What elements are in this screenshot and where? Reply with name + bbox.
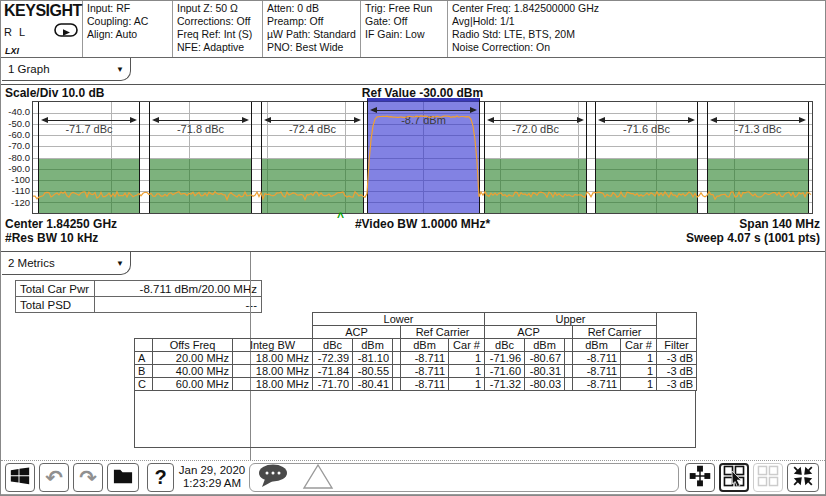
- y-tick-label: -80.0: [3, 153, 30, 163]
- acp-group-lower: Lower: [313, 313, 485, 326]
- y-tick-label: -40.0: [3, 107, 30, 117]
- acp-cell: [135, 313, 313, 326]
- acp-row-C: C60.00 MHz18.00 MHz-71.70-80.41-8.7111-7…: [135, 378, 697, 391]
- keysight-logo: KEYSIGHT: [4, 2, 79, 20]
- status-message-bar[interactable]: [249, 463, 679, 492]
- acp-value: -8.711: [401, 352, 449, 365]
- spectrum-plot[interactable]: -71.7 dBc-71.8 dBc-72.4 dBc-72.0 dBc-71.…: [32, 101, 813, 214]
- acp-col-head: Offs Freq: [153, 339, 233, 352]
- acp-value: -72.39: [313, 352, 353, 365]
- y-tick-label: -90.0: [3, 164, 30, 174]
- header-info-column-5: Center Freq: 1.842500000 GHzAvg|Hold: 1/…: [448, 1, 826, 57]
- time-text: 1:23:29 AM: [178, 477, 246, 490]
- windows-start-button[interactable]: [5, 463, 35, 492]
- acp-value: -3 dB: [657, 365, 697, 378]
- help-icon: ?: [154, 466, 166, 489]
- acp-value: [565, 352, 573, 365]
- acp-subhead: ACP: [485, 326, 573, 339]
- acp-value: -8.711: [401, 365, 449, 378]
- sweep-time[interactable]: Sweep 4.07 s (1001 pts): [686, 231, 820, 245]
- collapse-fullscreen-button[interactable]: [787, 463, 819, 492]
- header-info-line: Radio Std: LTE, BTS, 20M: [452, 28, 823, 41]
- header-info-line: Coupling: AC: [87, 15, 168, 28]
- metrics-view-selector[interactable]: 2 Metrics ▼: [2, 252, 131, 275]
- acp-row-id: C: [135, 378, 153, 391]
- acp-subhead: ACP: [313, 326, 401, 339]
- header-info-column-3: Atten: 0 dBPreamp: OffµW Path: StandardP…: [263, 1, 361, 57]
- redo-icon: ↷: [79, 468, 97, 488]
- header-info-line: Input Z: 50 Ω: [177, 2, 258, 15]
- acp-subhead: Ref Carrier: [401, 326, 485, 339]
- acp-value: 1: [449, 378, 485, 391]
- status-header: KEYSIGHT R L LXI Input: RFCoupling: ACAl…: [1, 1, 826, 58]
- help-button[interactable]: ?: [147, 463, 174, 492]
- acp-col-head: Integ BW: [233, 339, 313, 352]
- continuous-sweep-icon: [53, 22, 79, 42]
- res-bw[interactable]: #Res BW 10 kHz: [5, 231, 98, 245]
- chevron-down-icon: ▼: [116, 259, 124, 268]
- metric-label: Total Car Pwr: [16, 281, 95, 297]
- acp-value: 1: [449, 352, 485, 365]
- acp-col-head: [565, 339, 573, 352]
- metrics-row: Total Car Pwr-8.711 dBm/20.00 MHz: [16, 281, 262, 297]
- chevron-down-icon: ▼: [116, 65, 124, 74]
- hand-on-windows-icon: [723, 465, 745, 491]
- acp-value: -8.711: [573, 352, 621, 365]
- acp-value: -80.31: [525, 365, 565, 378]
- acp-col-head: [135, 339, 153, 352]
- header-info-line: Gate: Off: [365, 15, 443, 28]
- instrument-screen: KEYSIGHT R L LXI Input: RFCoupling: ACAl…: [0, 0, 826, 496]
- y-tick-label: -110: [3, 186, 30, 196]
- acp-value: 1: [621, 365, 657, 378]
- touch-arrange-button[interactable]: [719, 463, 749, 492]
- acp-cell: [135, 326, 313, 339]
- acp-row-id: A: [135, 352, 153, 365]
- acp-group-upper: Upper: [485, 313, 657, 326]
- acp-value: -71.96: [485, 352, 525, 365]
- center-marker-icon: ^: [337, 210, 344, 224]
- acp-value: -8.711: [573, 365, 621, 378]
- acp-header-row: Offs FreqInteg BWdBcdBmdBmCar #dBcdBmdBm…: [135, 339, 697, 352]
- redo-button[interactable]: ↷: [73, 463, 103, 492]
- y-tick-label: -60.0: [3, 130, 30, 140]
- graph-view-selector[interactable]: 1 Graph ▼: [2, 58, 131, 81]
- window-grid-button: [753, 463, 783, 492]
- acp-value: -80.03: [525, 378, 565, 391]
- acp-value: -80.41: [353, 378, 393, 391]
- metric-value: ---: [95, 297, 262, 313]
- clock: Jan 29, 2020 1:23:29 AM: [178, 464, 246, 490]
- acp-col-head: dBc: [485, 339, 525, 352]
- acp-row-id: B: [135, 365, 153, 378]
- folder-icon: [112, 466, 134, 490]
- sequence-view-button[interactable]: [685, 463, 715, 492]
- header-info-line: µW Path: Standard: [267, 28, 356, 41]
- y-tick-label: -50.0: [3, 119, 30, 129]
- acp-value: 1: [621, 378, 657, 391]
- header-info-line: Center Freq: 1.842500000 GHz: [452, 2, 823, 15]
- metrics-table: Total Car Pwr-8.711 dBm/20.00 MHzTotal P…: [15, 280, 262, 313]
- header-info-line: Noise Correction: On: [452, 41, 823, 54]
- span[interactable]: Span 140 MHz: [739, 217, 820, 231]
- acp-value: -71.60: [485, 365, 525, 378]
- video-bw[interactable]: #Video BW 1.0000 MHz*: [32, 217, 813, 231]
- brand-panel: KEYSIGHT R L LXI: [1, 1, 83, 57]
- header-info-line: Input: RF: [87, 2, 168, 15]
- acp-value: 40.00 MHz: [153, 365, 233, 378]
- acp-col-head: Filter: [657, 339, 697, 352]
- section-divider: [1, 84, 826, 85]
- acp-value: [393, 352, 401, 365]
- acp-row-B: B40.00 MHz18.00 MHz-71.84-80.55-8.7111-7…: [135, 365, 697, 378]
- header-info-line: IF Gain: Low: [365, 28, 443, 41]
- header-info-line: Align: Auto: [87, 28, 168, 41]
- acp-value: [565, 365, 573, 378]
- header-info-line: Preamp: Off: [267, 15, 356, 28]
- acp-header-row: ACPRef CarrierACPRef Carrier: [135, 326, 697, 339]
- acp-value: 18.00 MHz: [233, 378, 313, 391]
- file-explorer-button[interactable]: [107, 463, 139, 492]
- graph-view-selector-label: 1 Graph: [8, 63, 50, 75]
- header-info-column-1: Input: RFCoupling: ACAlign: Auto: [83, 1, 173, 57]
- header-info-line: NFE: Adaptive: [177, 41, 258, 54]
- lxi-badge: LXI: [5, 46, 19, 56]
- undo-button[interactable]: ↶: [39, 463, 69, 492]
- header-info-line: PNO: Best Wide: [267, 41, 356, 54]
